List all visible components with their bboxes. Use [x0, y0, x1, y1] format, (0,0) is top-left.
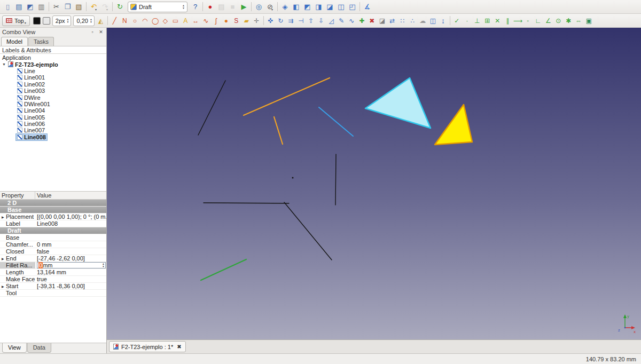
save-file-button[interactable]: ◩: [25, 1, 36, 12]
snap-intersection-button[interactable]: ✕: [493, 15, 503, 26]
draft-bezier-button[interactable]: ʃ: [211, 15, 221, 26]
paste-button[interactable]: ▧: [73, 1, 84, 12]
snap-parallel-button[interactable]: ∥: [503, 15, 513, 26]
property-value[interactable]: [-27,46 -2,62 0,00]: [35, 255, 106, 262]
snap-working-plane-button[interactable]: ▣: [584, 15, 594, 26]
draft-clone-button[interactable]: ☁: [418, 15, 428, 26]
draft-to-sketch-button[interactable]: ⇄: [387, 15, 397, 26]
redo-button[interactable]: ↷▾: [99, 1, 111, 12]
tab-view[interactable]: View: [2, 343, 27, 353]
property-group-header[interactable]: 2 D: [0, 200, 106, 207]
tree-item-line001[interactable]: Line001: [0, 74, 106, 81]
tree-root-application[interactable]: Application: [0, 54, 106, 61]
tree-item-line006[interactable]: Line006: [0, 121, 106, 127]
print-button[interactable]: ▥: [36, 1, 47, 12]
property-value[interactable]: 0 mm▲▼: [35, 262, 106, 268]
draft-array-button[interactable]: ∷: [397, 15, 408, 26]
panel-close-button[interactable]: ✕: [98, 29, 104, 35]
property-value[interactable]: [35, 290, 106, 296]
undo-button[interactable]: ↶▾: [88, 1, 99, 12]
draft-stretch-button[interactable]: ↨: [438, 15, 448, 26]
draft-wire-to-bspline-button[interactable]: ∿: [347, 15, 357, 26]
measure-distance-button[interactable]: ∡: [362, 1, 373, 12]
line-orange-long[interactable]: [244, 78, 330, 115]
value-column-header[interactable]: Value: [35, 192, 106, 199]
snap-extension-button[interactable]: ⟶: [513, 15, 523, 26]
line-green-selected[interactable]: [201, 259, 246, 280]
draft-shapestring-button[interactable]: S: [231, 15, 241, 26]
cut-button[interactable]: ✂: [51, 1, 62, 12]
property-group-header[interactable]: Draft: [0, 227, 106, 234]
draft-upgrade-button[interactable]: ⇧: [306, 15, 316, 26]
property-row[interactable]: LabelLine008: [0, 220, 106, 227]
construction-mode-button[interactable]: ◭: [96, 15, 106, 26]
property-row[interactable]: Fillet Ra...0 mm▲▼: [0, 262, 106, 269]
line-black-diagonal[interactable]: [284, 202, 332, 260]
draw-style-button[interactable]: ⊘▾: [264, 1, 276, 12]
property-group-header[interactable]: Base: [0, 207, 106, 213]
property-value[interactable]: true: [35, 276, 106, 282]
face-color-swatch[interactable]: [43, 17, 50, 25]
working-plane-button[interactable]: Top ▾: [2, 15, 30, 26]
snap-angle-button[interactable]: ∠: [543, 15, 553, 26]
line-black-vertical[interactable]: [335, 154, 336, 205]
draft-trimex-button[interactable]: ⊣: [296, 15, 306, 26]
macro-dialog-button[interactable]: ▤: [216, 1, 227, 12]
property-row[interactable]: Tool: [0, 290, 106, 297]
draft-offset-button[interactable]: ⇉: [286, 15, 296, 26]
view-top-button[interactable]: ◩: [302, 1, 313, 12]
property-row[interactable]: Base: [0, 234, 106, 241]
snap-lock-button[interactable]: ✓: [452, 15, 462, 26]
snap-perpendicular-button[interactable]: ⊥: [472, 15, 482, 26]
draft-del-point-button[interactable]: ✖: [367, 15, 377, 26]
tree-item-line007[interactable]: Line007: [0, 127, 106, 133]
tree-item-dwire[interactable]: DWire: [0, 94, 106, 100]
property-value[interactable]: Line008: [35, 220, 106, 227]
tree-item-line005[interactable]: Line005: [0, 114, 106, 121]
view-bottom-button[interactable]: ◫: [335, 1, 347, 12]
line-orange-short[interactable]: [274, 117, 283, 144]
view-axonometric-button[interactable]: ◈: [279, 1, 291, 12]
draft-dimension-button[interactable]: ↔: [191, 15, 201, 26]
snap-midpoint-button[interactable]: ∙: [462, 15, 472, 26]
draft-downgrade-button[interactable]: ⇩: [316, 15, 326, 26]
line-width-spinner[interactable]: 2px ▲▼: [52, 15, 72, 26]
draft-text-button[interactable]: A: [181, 15, 191, 26]
draft-edit-button[interactable]: ✎: [337, 15, 347, 26]
draft-path-array-button[interactable]: ∴: [408, 15, 418, 26]
open-file-button[interactable]: ▤: [13, 1, 25, 12]
line-color-swatch[interactable]: [33, 17, 41, 25]
draft-label-button[interactable]: ✛: [252, 15, 262, 26]
draft-circle-button[interactable]: ○: [130, 15, 140, 26]
view-right-button[interactable]: ◨: [313, 1, 324, 12]
draft-line-button[interactable]: ╱: [110, 15, 120, 26]
draft-add-point-button[interactable]: ✚: [357, 15, 367, 26]
property-value[interactable]: false: [35, 248, 106, 255]
snap-center-button[interactable]: ⊙: [553, 15, 564, 26]
whats-this-button[interactable]: ?: [190, 1, 201, 12]
line-blue[interactable]: [319, 107, 353, 136]
close-tab-icon[interactable]: ✖: [177, 344, 181, 350]
property-value[interactable]: 0 mm: [35, 241, 106, 248]
draft-rotate-button[interactable]: ↻: [276, 15, 286, 26]
panel-float-button[interactable]: ▫: [89, 29, 96, 35]
tree-column-header[interactable]: Labels & Attributes: [0, 46, 106, 54]
line-black-1[interactable]: [198, 81, 225, 135]
snap-near-button[interactable]: ◦: [523, 15, 533, 26]
property-column-header[interactable]: Property: [0, 192, 35, 199]
property-value[interactable]: [35, 234, 106, 241]
fit-all-button[interactable]: ◎: [253, 1, 264, 12]
viewport-canvas[interactable]: yxz: [107, 28, 641, 339]
view-front-button[interactable]: ◧: [291, 1, 302, 12]
point-object[interactable]: [292, 177, 294, 179]
macro-stop-button[interactable]: ■: [227, 1, 238, 12]
tree-item-line003[interactable]: Line003: [0, 88, 106, 94]
tab-data[interactable]: Data: [27, 343, 51, 353]
draft-wire-button[interactable]: N: [120, 15, 130, 26]
tree-item-line[interactable]: Line: [0, 68, 106, 74]
property-value[interactable]: [(0,00 0,00 1,00); 0 °; (0 m...: [35, 213, 106, 220]
triangle-cyan[interactable]: [365, 78, 431, 128]
spinner-arrows-icon[interactable]: ▲▼: [102, 263, 105, 268]
draft-scale-button[interactable]: ◿: [326, 15, 337, 26]
draft-shape2dview-button[interactable]: ◪: [377, 15, 387, 26]
